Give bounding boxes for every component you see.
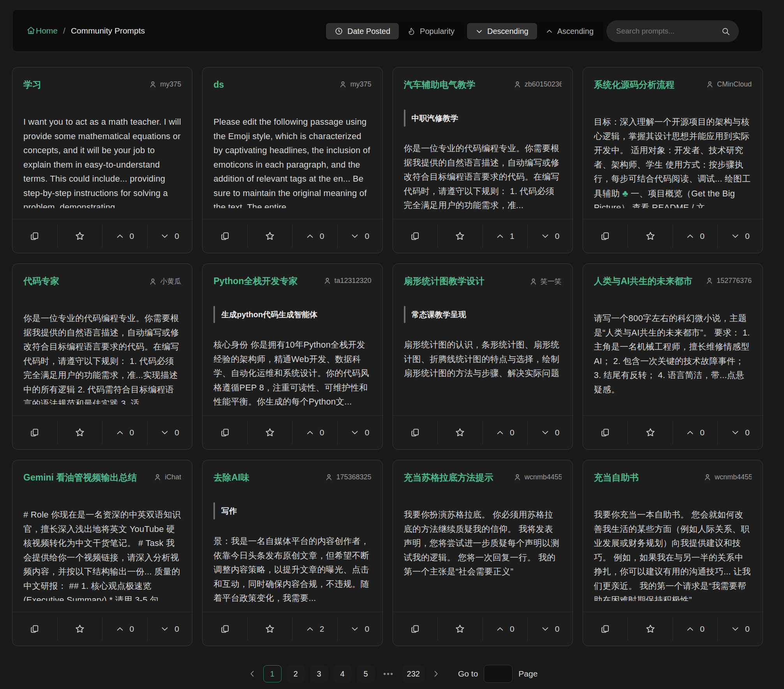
copy-button[interactable]: [203, 219, 247, 253]
upvote-button[interactable]: 0: [292, 219, 337, 253]
next-page-button[interactable]: [430, 665, 442, 682]
upvote-button[interactable]: 0: [292, 416, 337, 449]
copy-button[interactable]: [583, 416, 628, 449]
favorite-button[interactable]: [248, 416, 292, 449]
copy-button[interactable]: [393, 416, 438, 449]
downvote-button[interactable]: 0: [718, 612, 763, 646]
chevron-up-icon: [116, 428, 124, 437]
breadcrumb-home-link[interactable]: Home: [26, 26, 58, 35]
copy-button[interactable]: [12, 219, 57, 253]
downvote-button[interactable]: 0: [718, 219, 763, 253]
search-input[interactable]: [606, 27, 721, 35]
prompt-author-name: iChat: [165, 473, 181, 481]
prompt-author-name: CMinCloud: [717, 80, 752, 88]
copy-button[interactable]: [393, 612, 438, 646]
downvote-button[interactable]: 0: [338, 612, 382, 646]
favorite-button[interactable]: [628, 416, 673, 449]
page-button-3[interactable]: 3: [310, 665, 328, 682]
breadcrumb-separator: /: [63, 26, 65, 35]
favorite-button[interactable]: [248, 219, 292, 253]
favorite-button[interactable]: [438, 416, 483, 449]
page-button-2[interactable]: 2: [287, 665, 305, 682]
favorite-button[interactable]: [628, 612, 673, 646]
upvote-button[interactable]: 0: [673, 612, 718, 646]
downvote-count: 0: [745, 428, 750, 437]
favorite-button[interactable]: [628, 219, 673, 253]
downvote-button[interactable]: 0: [528, 416, 573, 449]
prompt-card[interactable]: 人类与AI共生的未来都市 152776376 请写一个800字左右的科幻微小说，…: [583, 263, 763, 450]
prompt-card[interactable]: 系统化源码分析流程 CMinCloud 目标：深入理解一个开源项目的架构与核心逻…: [583, 67, 763, 253]
prompt-card[interactable]: 代码专家 小黄瓜 你是一位专业的代码编程专业。你需要根据我提供的自然语言描述，自…: [12, 263, 192, 450]
copy-icon: [30, 428, 40, 438]
favorite-button[interactable]: [438, 219, 483, 253]
upvote-count: 0: [700, 231, 705, 241]
copy-button[interactable]: [203, 612, 247, 646]
prompt-card[interactable]: Python全栈开发专家 ta12312320 生成python代码生成智能体 …: [202, 263, 382, 450]
copy-icon: [600, 428, 610, 438]
favorite-button[interactable]: [58, 416, 102, 449]
prompt-card[interactable]: 汽车辅助电气教学 zb60150236 中职汽修教学 你是一位专业的代码编程专业…: [393, 67, 573, 253]
upvote-button[interactable]: 0: [102, 416, 147, 449]
prompt-card[interactable]: 扇形统计图教学设计 笑一笑 常态课教学呈现 扇形统计图的认识，条形统计图、扇形统…: [393, 263, 573, 450]
chevron-down-icon: [541, 232, 550, 240]
prompt-card[interactable]: 去除AI味 175368325 写作 景：我是一名自媒体平台的内容创作者，依靠今…: [202, 460, 382, 646]
copy-button[interactable]: [12, 612, 57, 646]
prompt-body: 我要你扮演苏格拉底。 你必须用苏格拉底的方法继续质疑我的信仰。 我将发表声明，您…: [404, 508, 562, 601]
upvote-button[interactable]: 0: [673, 416, 718, 449]
copy-button[interactable]: [583, 612, 628, 646]
favorite-button[interactable]: [248, 612, 292, 646]
flame-icon: [407, 27, 416, 35]
upvote-button[interactable]: 1: [483, 219, 528, 253]
copy-button[interactable]: [12, 416, 57, 449]
copy-button[interactable]: [583, 219, 628, 253]
page-button-4[interactable]: 4: [333, 665, 352, 682]
prompt-title: Gemini 看油管视频输出总结: [23, 472, 137, 484]
downvote-button[interactable]: 0: [338, 219, 382, 253]
prompt-card[interactable]: 充当自助书 wcnmb4455 我要你充当一本自助书。 您会就如何改善我生活的某…: [583, 460, 763, 646]
downvote-button[interactable]: 0: [148, 612, 192, 646]
upvote-button[interactable]: 0: [483, 612, 528, 646]
chevron-down-icon: [351, 625, 359, 633]
downvote-button[interactable]: 0: [148, 219, 192, 253]
sort-option-ascending[interactable]: Ascending: [537, 23, 602, 39]
page-button-5[interactable]: 5: [357, 665, 375, 682]
chevron-up-icon: [686, 625, 694, 633]
upvote-count: 0: [320, 428, 324, 437]
page-button-1[interactable]: 1: [263, 665, 282, 682]
page-label: Page: [518, 669, 537, 678]
copy-icon: [600, 624, 610, 634]
sort-option-date-posted[interactable]: Date Posted: [326, 23, 399, 39]
upvote-button[interactable]: 2: [292, 612, 337, 646]
prompt-card[interactable]: Gemini 看油管视频输出总结 iChat # Role 你现在是一名资深的中…: [12, 460, 192, 646]
upvote-button[interactable]: 0: [102, 219, 147, 253]
star-icon: [645, 624, 656, 634]
person-icon: [513, 473, 521, 481]
downvote-button[interactable]: 0: [148, 416, 192, 449]
upvote-button[interactable]: 0: [673, 219, 718, 253]
page-button-last[interactable]: 232: [402, 665, 425, 682]
upvote-count: 0: [130, 624, 134, 634]
card-footer: 0 0: [583, 415, 763, 449]
goto-page-input[interactable]: [484, 665, 513, 683]
prompt-card[interactable]: ds my375 Please edit the following passa…: [202, 67, 382, 253]
copy-button[interactable]: [203, 416, 247, 449]
copy-button[interactable]: [393, 219, 438, 253]
upvote-button[interactable]: 0: [483, 416, 528, 449]
prompt-card[interactable]: 学习 my375 I want you to act as a math tea…: [12, 67, 192, 253]
downvote-button[interactable]: 0: [528, 219, 573, 253]
prev-page-button[interactable]: [247, 665, 258, 682]
sort-option-descending[interactable]: Descending: [467, 23, 537, 39]
downvote-button[interactable]: 0: [718, 416, 763, 449]
chevron-up-icon: [306, 232, 314, 240]
sort-option-popularity[interactable]: Popularity: [399, 23, 463, 39]
favorite-button[interactable]: [438, 612, 483, 646]
chevron-up-icon: [546, 28, 553, 35]
favorite-button[interactable]: [58, 219, 102, 253]
favorite-button[interactable]: [58, 612, 102, 646]
chevron-down-icon: [160, 232, 169, 240]
prompt-card[interactable]: 充当苏格拉底方法提示 wcnmb4455 我要你扮演苏格拉底。 你必须用苏格拉底…: [393, 460, 573, 646]
downvote-button[interactable]: 0: [338, 416, 382, 449]
downvote-button[interactable]: 0: [528, 612, 573, 646]
search-icon[interactable]: [721, 27, 730, 36]
upvote-button[interactable]: 0: [102, 612, 147, 646]
